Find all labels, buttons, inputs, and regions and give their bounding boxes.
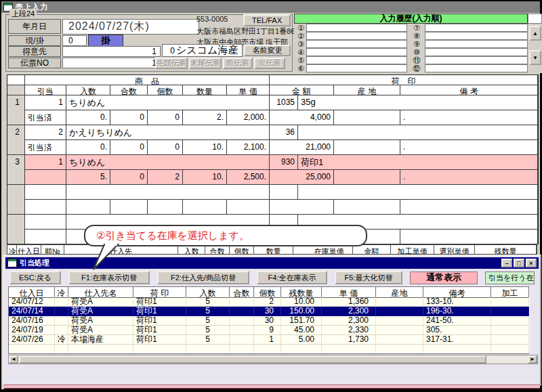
customer-code-field[interactable]: 1 (62, 46, 161, 57)
value-cell[interactable]: 0 (110, 140, 148, 155)
history-slot-field[interactable] (425, 40, 528, 48)
value-cell[interactable]: 2,500. (227, 170, 270, 185)
history-slot-field[interactable] (425, 24, 528, 32)
dialog-button-1[interactable]: F1:在庫表示切替 (68, 271, 150, 284)
mark-name-cell[interactable]: 35g (298, 95, 538, 110)
dialog-button-2[interactable]: F2:仕入先/商品切替 (157, 271, 249, 284)
minimize-button[interactable]: － (501, 259, 512, 267)
note-cell[interactable]: . (400, 170, 538, 185)
allocated-cell[interactable] (25, 170, 66, 185)
history-slot-field[interactable] (306, 24, 407, 32)
note-cell[interactable] (400, 230, 538, 244)
scrollbar-thumb[interactable] (19, 355, 486, 364)
dialog-button-3[interactable]: F4:全在庫表示 (257, 271, 327, 284)
dialog-button-4[interactable]: F5:最大化切替 (335, 271, 402, 284)
history-slot-field[interactable] (425, 32, 528, 40)
origin-cell[interactable] (334, 140, 400, 155)
value-cell[interactable] (148, 200, 183, 215)
mark-code-cell[interactable]: 1035 (270, 95, 298, 110)
history-up-button[interactable]: ▲ (529, 26, 541, 41)
rename-button[interactable]: 名前変更 (244, 45, 291, 56)
item-code-cell[interactable] (25, 215, 66, 230)
slip-nav-3[interactable]: 次伝票 (254, 58, 285, 69)
value-cell[interactable]: 10. (183, 170, 227, 185)
customer-name-field[interactable]: 0 シスコム海産 (162, 44, 243, 57)
history-down-button[interactable]: ▼ (529, 50, 541, 65)
item-code-cell[interactable] (25, 185, 66, 200)
history-slot-field[interactable] (425, 56, 528, 64)
stock-row[interactable]: 24/07/12荷受A荷印15210.001,360133-10. (9, 297, 529, 307)
value-cell[interactable] (183, 200, 227, 215)
value-cell[interactable]: 5. (66, 170, 110, 185)
value-cell[interactable] (270, 200, 334, 215)
stock-row[interactable]: 24/07/19荷受A荷印15945.002,330305. (9, 326, 529, 335)
history-slot-field[interactable] (425, 64, 528, 72)
slip-no-field[interactable]: 1 (62, 58, 161, 68)
value-cell[interactable]: 10. (183, 140, 227, 155)
value-cell[interactable] (66, 200, 110, 215)
item-code-cell[interactable]: 1 (25, 95, 66, 110)
value-cell[interactable]: 0. (66, 110, 110, 125)
mark-name-cell[interactable] (298, 185, 538, 200)
value-cell[interactable]: 2. (183, 110, 227, 125)
stock-row[interactable]: 24/07/16荷受A荷印1530151.702,300241-50. (9, 316, 529, 326)
history-slot-field[interactable] (306, 48, 407, 56)
mark-code-cell[interactable] (270, 185, 298, 200)
item-name-cell[interactable] (66, 185, 270, 200)
mark-name-cell[interactable]: 荷印1 (298, 155, 538, 170)
value-cell[interactable]: 21,000 (270, 140, 334, 155)
horizontal-scrollbar[interactable]: ◄ ► (8, 355, 538, 364)
note-cell[interactable]: . (400, 110, 538, 125)
value-cell[interactable]: 2,000. (227, 110, 270, 125)
origin-cell[interactable] (334, 170, 400, 185)
cash-credit-field[interactable]: 0 (62, 35, 87, 46)
allocated-cell[interactable] (25, 230, 66, 244)
slip-nav-0[interactable]: 先頭伝票 (155, 58, 188, 69)
stock-row[interactable]: 24/07/26冷本場海産荷印1515.001,730317-31. (9, 335, 529, 345)
item-code-cell[interactable]: 1 (25, 155, 66, 170)
value-cell[interactable] (110, 200, 148, 215)
date-field[interactable]: 2024/07/27(木) (62, 19, 199, 35)
slip-nav-2[interactable]: 前伝票 (223, 58, 253, 69)
mark-code-cell[interactable]: 930 (270, 155, 298, 170)
origin-cell[interactable] (334, 110, 400, 125)
note-cell[interactable]: . (400, 140, 538, 155)
close-button[interactable]: × (526, 259, 537, 267)
history-slot-field[interactable] (425, 48, 528, 56)
value-cell[interactable]: 0 (148, 110, 183, 125)
history-slot-field[interactable] (306, 40, 407, 48)
item-name-cell[interactable]: ちりめん (66, 155, 270, 170)
mark-code-cell[interactable]: 36 (270, 125, 298, 140)
stock-cell (55, 326, 68, 335)
value-cell[interactable]: 2 (148, 170, 183, 185)
value-cell[interactable]: 4,000 (270, 110, 334, 125)
scroll-right-button[interactable]: ► (528, 355, 537, 364)
stock-row[interactable]: 24/07/14荷受A荷印1530150.002,300196-30. (9, 307, 529, 316)
value-cell[interactable]: 0. (66, 140, 110, 155)
note-cell[interactable] (400, 200, 538, 215)
history-slot-field[interactable] (306, 32, 407, 40)
restore-button[interactable]: □ (514, 259, 524, 267)
value-cell[interactable] (227, 200, 270, 215)
slip-nav-1[interactable]: 末尾伝票 (189, 58, 222, 69)
value-cell[interactable]: 0 (110, 110, 148, 125)
scroll-left-button[interactable]: ◄ (9, 355, 18, 364)
value-cell[interactable]: 2,100. (227, 140, 270, 155)
value-cell[interactable]: 25,000 (270, 170, 334, 185)
window-titlebar[interactable]: 売上入力 (1, 1, 540, 13)
origin-cell[interactable] (334, 200, 400, 215)
history-slot-field[interactable] (306, 56, 407, 64)
allocated-cell[interactable] (25, 200, 66, 215)
dialog-button-0[interactable]: ESC:戻る (9, 271, 61, 284)
item-code-cell[interactable]: 2 (25, 125, 66, 140)
tel-fax-button[interactable]: TEL/FAX (243, 14, 291, 26)
stock-row-empty[interactable] (9, 345, 529, 354)
value-cell[interactable]: 0 (148, 140, 183, 155)
mark-name-cell[interactable] (298, 125, 538, 140)
item-name-cell[interactable]: ちりめん (66, 95, 270, 110)
history-slot-field[interactable] (306, 64, 407, 72)
item-name-cell[interactable]: かえりちりめん (66, 125, 270, 140)
allocated-cell[interactable]: 引当済 (25, 140, 66, 155)
allocated-cell[interactable]: 引当済 (25, 110, 66, 125)
value-cell[interactable]: 0 (110, 170, 148, 185)
